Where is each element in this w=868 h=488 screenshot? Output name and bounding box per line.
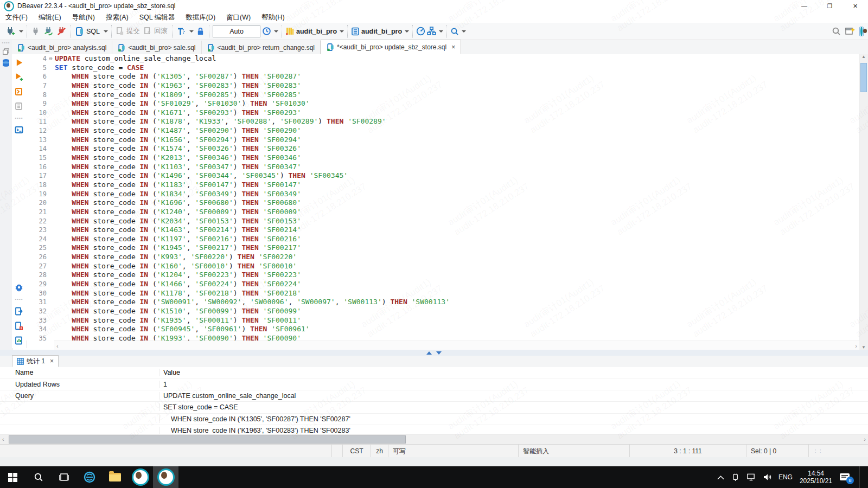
search-icon[interactable] [450,27,459,36]
sql-code-editor[interactable]: 4⊖UPDATE custom_online_sale_change_local… [26,54,859,341]
minimize-panel-icon[interactable] [436,351,442,355]
table-row[interactable]: QueryUPDATE custom_online_sale_change_lo… [0,390,868,402]
scroll-down-arrow-icon[interactable]: ▼ [861,345,866,350]
dbeaver-perspective-button[interactable] [859,27,864,36]
scroll-left-arrow-icon[interactable]: ‹ [2,436,4,442]
restore-panel-icon[interactable] [2,48,10,55]
usb-device-icon[interactable] [731,473,739,481]
dbeaver-taskbar-button-active[interactable] [153,466,178,488]
close-button[interactable]: ✕ [843,0,868,12]
code-line[interactable]: 27 WHEN store_code IN ('K160', 'SF00010'… [26,262,859,271]
code-line[interactable]: 6 WHEN store_code IN ('K1305', 'SF00287'… [26,72,859,81]
lock-button[interactable] [195,26,206,36]
network-icon[interactable] [746,473,756,481]
scroll-right-arrow-icon[interactable]: › [864,436,866,442]
table-row[interactable]: WHEN store_code IN ('K1305', 'SF00287') … [0,414,868,425]
menu-item[interactable]: SQL 编辑器 [134,13,181,22]
code-line[interactable]: 20 WHEN store_code IN ('K1696', 'SF00680… [26,198,859,208]
editor-tab[interactable]: <audit_bi_pro> return_change.sql [202,41,321,54]
maximize-panel-icon[interactable] [426,351,432,355]
code-line[interactable]: 13 WHEN store_code IN ('K1656', 'SF00294… [26,136,859,145]
maximize-button[interactable]: ❐ [817,0,843,12]
active-schema[interactable]: audit_bi_pro [361,28,402,35]
code-line[interactable]: 10 WHEN store_code IN ('K1671', 'SF00293… [26,108,859,118]
database-navigator-icon[interactable] [2,59,10,67]
execute-new-tab-icon[interactable] [15,73,23,81]
quick-access-search-icon[interactable] [832,27,841,36]
code-line[interactable]: 14 WHEN store_code IN ('K1574', 'SF00326… [26,144,859,153]
scroll-right-arrow-icon[interactable]: › [855,343,857,349]
history-icon[interactable] [262,27,271,36]
menu-item[interactable]: 帮助(H) [256,13,290,22]
code-line[interactable]: 33 WHEN store_code IN ('K1935', 'SF00011… [26,316,859,325]
new-connection-button[interactable] [4,25,16,37]
menu-item[interactable]: 文件(F) [0,13,33,22]
transaction-log-button[interactable] [176,26,187,37]
commit-mode-combo[interactable]: Auto [213,25,260,37]
reconnect-button[interactable] [43,25,54,37]
dbeaver-taskbar-button[interactable] [127,466,153,488]
panel-sash[interactable] [0,350,868,356]
commit-button[interactable]: 提交 [115,25,141,37]
taskbar-clock[interactable]: 14:54 2025/10/21 [800,470,832,485]
dashboard-icon[interactable] [416,27,425,36]
code-line[interactable]: 7 WHEN store_code IN ('K1963', 'SF00283'… [26,81,859,91]
menu-item[interactable]: 编辑(E) [33,13,67,22]
sql-editor-button[interactable]: SQL [74,26,101,37]
code-line[interactable]: 16 WHEN store_code IN ('K1103', 'SF00347… [26,163,859,172]
execute-script-icon[interactable] [15,87,23,96]
explain-plan-icon[interactable] [15,102,23,111]
code-line[interactable]: 19 WHEN store_code IN ('K1834', 'SF00349… [26,190,859,199]
validate-script-icon[interactable] [15,322,23,330]
chevron-down-icon[interactable] [19,30,23,33]
code-line[interactable]: 11 WHEN store_code IN ('K1878', 'K1933',… [26,117,859,126]
code-line[interactable]: 26 WHEN store_code IN ('K993', 'SF00220'… [26,253,859,262]
code-line[interactable]: 18 WHEN store_code IN ('K1183', 'SF00147… [26,181,859,190]
code-line[interactable]: 8 WHEN store_code IN ('K1809', 'SF00285'… [26,91,859,100]
close-tab-icon[interactable]: × [50,357,54,365]
export-result-icon[interactable] [15,307,23,316]
rollback-button[interactable]: 回滚 [143,25,169,37]
menu-item[interactable]: 数据库(D) [180,13,221,22]
chevron-down-icon[interactable] [462,30,466,33]
task-view-button[interactable] [51,466,76,488]
fold-marker[interactable]: ⊖ [47,54,55,63]
table-row[interactable]: SET store_code = CASE [0,402,868,413]
editor-horizontal-scrollbar[interactable]: ‹ › [54,341,859,350]
show-desktop-button[interactable] [859,466,863,488]
open-perspective-icon[interactable] [845,27,855,36]
start-button[interactable] [0,466,25,488]
code-line[interactable]: 30 WHEN store_code IN ('K1178', 'SF00218… [26,289,859,298]
code-line[interactable]: 17 WHEN store_code IN ('K1496', 'SF00344… [26,171,859,181]
settings-gear-icon[interactable] [15,283,23,292]
menu-item[interactable]: 搜索(A) [100,13,134,22]
chevron-down-icon[interactable] [104,30,108,33]
scroll-up-arrow-icon[interactable]: ▲ [861,54,866,59]
code-line[interactable]: 29 WHEN store_code IN ('K1466', 'SF00224… [26,280,859,289]
tray-expand-chevron-icon[interactable] [717,475,724,480]
code-line[interactable]: 32 WHEN store_code IN ('K1510', 'SF00099… [26,307,859,316]
taskbar-search-button[interactable] [25,466,51,488]
sql-console-icon[interactable] [15,126,23,134]
code-line[interactable]: 28 WHEN store_code IN ('K1204', 'SF00223… [26,271,859,280]
code-line[interactable]: 24 WHEN store_code IN ('K1197', 'SF00216… [26,235,859,244]
code-line[interactable]: 15 WHEN store_code IN ('K2013', 'SF00346… [26,153,859,163]
chevron-down-icon[interactable] [189,30,194,33]
menu-item[interactable]: 导航(N) [67,13,100,22]
code-line[interactable]: 34 WHEN store_code IN ('SF00945', 'SF009… [26,325,859,334]
language-indicator[interactable]: ENG [778,473,793,481]
code-line[interactable]: 12 WHEN store_code IN ('K1487', 'SF00290… [26,126,859,136]
code-line[interactable]: 22 WHEN store_code IN ('K2034', 'SF00153… [26,217,859,226]
code-line[interactable]: 23 WHEN store_code IN ('K1463', 'SF00214… [26,226,859,235]
code-line[interactable]: 5SET store_code = CASE [26,63,859,73]
tab-statistics[interactable]: 统计 1 × [12,355,59,367]
editor-tab[interactable]: <audit_bi_pro> sale.sql [112,41,201,54]
file-explorer-button[interactable] [102,466,127,488]
execute-statement-icon[interactable] [15,59,23,67]
horizontal-scroll-thumb[interactable] [9,435,406,444]
code-line[interactable]: 21 WHEN store_code IN ('K1240', 'SF00009… [26,208,859,217]
execution-plan-icon[interactable] [427,27,436,36]
close-tab-icon[interactable]: × [451,43,455,51]
table-row[interactable]: Updated Rows1 [0,378,868,390]
editor-vertical-scrollbar[interactable]: ▲ ▼ [859,54,868,350]
